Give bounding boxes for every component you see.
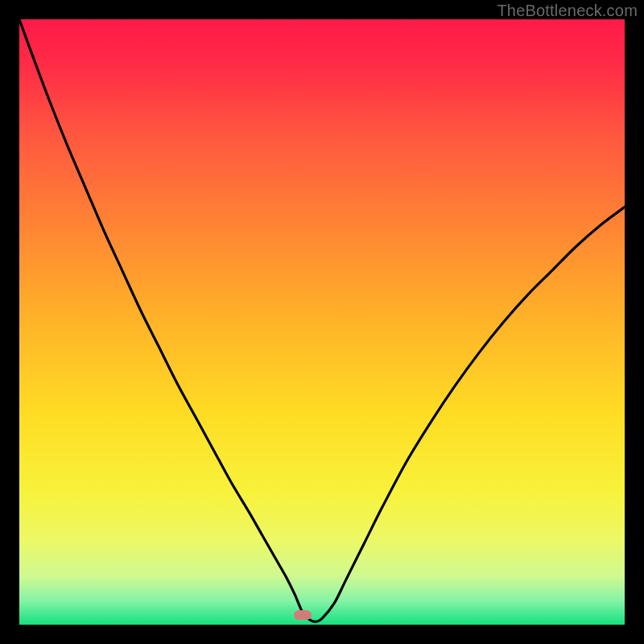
- watermark-text: TheBottleneck.com: [497, 2, 638, 20]
- outer-frame: TheBottleneck.com: [0, 0, 644, 644]
- chart-area: [19, 19, 625, 625]
- bottleneck-curve: [19, 19, 625, 625]
- min-point-marker: [294, 610, 312, 620]
